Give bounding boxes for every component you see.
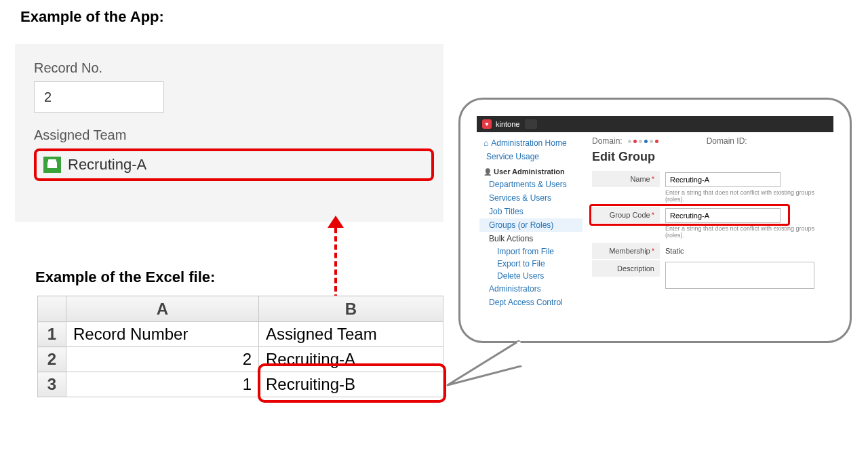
heading-excel-example: Example of the Excel file: [35, 268, 215, 286]
sidebar-services[interactable]: Services & Users [479, 191, 583, 205]
excel-cell-b2: Recruiting-A [259, 347, 443, 372]
domain-row: Domain: Domain ID: [592, 136, 827, 146]
sidebar-import[interactable]: Import from File [479, 245, 583, 258]
domain-id-label: Domain ID: [707, 136, 747, 146]
sidebar-service-usage[interactable]: Service Usage [479, 150, 583, 163]
edit-group-title: Edit Group [592, 150, 827, 164]
name-label: Name* [592, 171, 660, 187]
record-no-field[interactable] [34, 81, 164, 113]
sidebar-administrators[interactable]: Administrators [479, 282, 583, 296]
admin-sidebar: Administration Home Service Usage User A… [477, 132, 585, 313]
name-input[interactable] [665, 172, 781, 187]
excel-cell-a1: Record Number [66, 322, 259, 347]
group-code-hint: Enter a string that does not conflict wi… [665, 225, 827, 239]
brand-label: kintone [496, 120, 519, 128]
admin-callout: kintone Administration Home Service Usag… [458, 98, 852, 343]
sidebar-dept-access[interactable]: Dept Access Control [479, 296, 583, 309]
assigned-team-label: Assigned Team [34, 127, 425, 143]
excel-row-1: 1 [38, 322, 66, 347]
sidebar-bulk-actions: Bulk Actions [479, 232, 583, 245]
sidebar-groups[interactable]: Groups (or Roles) [479, 218, 583, 232]
heart-icon [482, 119, 492, 129]
record-no-label: Record No. [34, 60, 425, 76]
membership-value: Static [665, 244, 684, 255]
description-label: Description [592, 260, 660, 277]
excel-cell-b3: Recruiting-B [259, 372, 443, 397]
callout-tail [441, 338, 522, 399]
description-input[interactable] [665, 262, 814, 289]
excel-table: A B 1 Record Number Assigned Team 2 2 Re… [37, 296, 443, 397]
group-code-label: Group Code* [592, 207, 660, 223]
group-icon [43, 157, 61, 173]
excel-corner [38, 296, 66, 322]
excel-row-3: 3 [38, 372, 66, 397]
assigned-team-highlight: Recruting-A [34, 148, 434, 181]
sidebar-export[interactable]: Export to File [479, 258, 583, 270]
heading-app-example: Example of the App: [20, 8, 164, 26]
excel-col-a: A [66, 296, 259, 322]
admin-header: kintone [477, 116, 833, 132]
app-example-panel: Record No. Assigned Team Recruting-A [15, 44, 443, 222]
domain-label: Domain: [592, 136, 623, 146]
admin-main: Domain: Domain ID: Edit Group Name* Ente… [585, 132, 833, 313]
excel-row-2: 2 [38, 347, 66, 372]
admin-window: kintone Administration Home Service Usag… [477, 116, 833, 325]
sidebar-user-admin-section: User Administration [479, 163, 583, 178]
excel-cell-a3: 1 [66, 372, 259, 397]
name-hint: Enter a string that does not conflict wi… [665, 189, 827, 203]
excel-cell-b1: Assigned Team [259, 322, 443, 347]
excel-col-b: B [259, 296, 443, 322]
bear-icon [525, 119, 537, 129]
sidebar-job-titles[interactable]: Job Titles [479, 205, 583, 218]
sidebar-departments[interactable]: Departments & Users [479, 178, 583, 191]
group-code-input[interactable] [665, 208, 781, 223]
excel-cell-a2: 2 [66, 347, 259, 372]
arrow-head-icon [328, 216, 344, 228]
membership-label: Membership* [592, 243, 660, 259]
assigned-team-value: Recruting-A [68, 156, 146, 174]
sidebar-admin-home[interactable]: Administration Home [479, 136, 583, 150]
sidebar-delete-users[interactable]: Delete Users [479, 270, 583, 282]
